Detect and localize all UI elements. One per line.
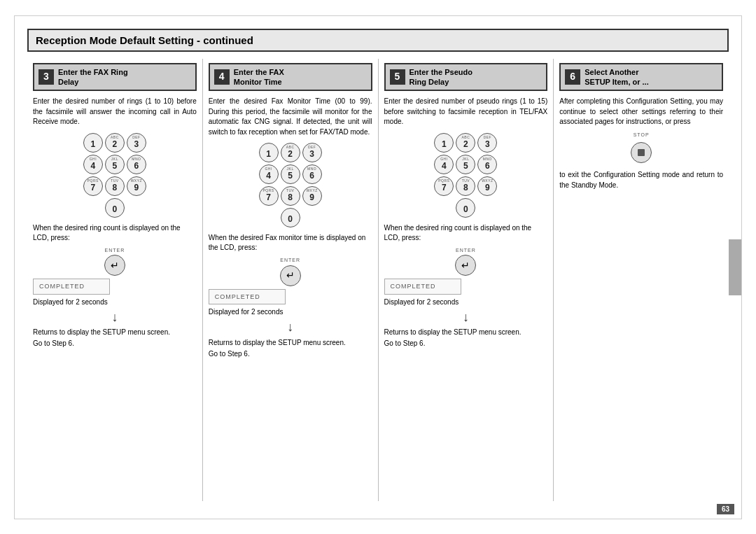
key-5[interactable]: JKL5 <box>456 155 475 174</box>
step4-enter-label: ENTER <box>209 257 372 264</box>
step5-completed: COMPLETED <box>384 279 461 295</box>
key-8[interactable]: TUV8 <box>105 176 125 196</box>
step4-prompt: When the desired Fax monitor time is dis… <box>209 233 372 253</box>
step4-enter-btn[interactable]: ↵ <box>280 265 301 286</box>
step4-title: Enter the FAXMonitor Time <box>234 67 284 87</box>
step5-arrow: ↓ <box>384 309 548 326</box>
key-0[interactable]: 0 <box>105 198 125 218</box>
step5-header: 5 Enter the PseudoRing Delay <box>384 63 548 92</box>
key-9[interactable]: WXYZ9 <box>302 186 322 206</box>
step4-completed: COMPLETED <box>209 289 286 305</box>
step5-returns: Returns to display the SETUP menu screen… <box>384 328 548 337</box>
key-0[interactable]: 0 <box>456 198 475 218</box>
step5-prompt: When the desired ring count is displayed… <box>384 223 548 243</box>
step3-enter-label: ENTER <box>33 247 197 254</box>
step5-title: Enter the PseudoRing Delay <box>410 67 472 87</box>
key-9[interactable]: WXYZ9 <box>477 176 497 196</box>
step3-returns: Returns to display the SETUP menu screen… <box>33 328 197 337</box>
step3-keypad: 1 ABC2 DEF3 GHI4 JKL5 MNO6 PQRS7 TUV8 WX… <box>83 133 146 218</box>
key-7[interactable]: PQRS7 <box>259 186 279 206</box>
step6-stop-label: STOP <box>559 132 723 139</box>
step5-goto: Go to Step 6. <box>384 339 548 349</box>
step4-returns: Returns to display the SETUP menu screen… <box>209 338 372 348</box>
step5-keypad: 1 ABC2 DEF3 GHI4 JKL5 MNO6 PQRS7 TUV8 WX… <box>434 133 497 218</box>
step6-number: 6 <box>565 69 580 85</box>
key-3[interactable]: DEF3 <box>302 143 322 162</box>
step6-stop-area: STOP <box>559 132 723 167</box>
step5-enter-area: ENTER ↵ <box>384 247 548 276</box>
key-2[interactable]: ABC2 <box>281 143 300 162</box>
key-1[interactable]: 1 <box>83 133 103 153</box>
key-2[interactable]: ABC2 <box>456 133 475 153</box>
step3-enter-area: ENTER ↵ <box>33 247 197 276</box>
key-4[interactable]: GHI4 <box>259 164 279 184</box>
step5-displayed: Displayed for 2 seconds <box>384 297 548 307</box>
side-tab <box>729 239 741 295</box>
step4-displayed: Displayed for 2 seconds <box>209 307 372 317</box>
content-columns: 3 Enter the FAX RingDelay Enter the desi… <box>27 59 729 501</box>
key-2[interactable]: ABC2 <box>105 133 125 153</box>
step4-body: Enter the desired Fax Monitor Time (00 t… <box>209 97 372 137</box>
step3-header: 3 Enter the FAX RingDelay <box>33 63 197 92</box>
step6-title: Select AnotherSETUP Item, or ... <box>584 67 649 87</box>
step3-number: 3 <box>38 69 54 85</box>
key-5[interactable]: JKL5 <box>281 164 300 184</box>
step3-prompt: When the desired ring count is displayed… <box>33 223 197 243</box>
page-number: 63 <box>717 504 734 514</box>
step3-enter-btn[interactable]: ↵ <box>104 255 125 276</box>
key-7[interactable]: PQRS7 <box>83 176 103 196</box>
step6-stop-btn[interactable] <box>631 142 652 163</box>
key-3[interactable]: DEF3 <box>477 133 497 153</box>
page-title: Reception Mode Default Setting - continu… <box>27 29 729 52</box>
key-8[interactable]: TUV8 <box>456 176 475 196</box>
step3-body: Enter the desired number of rings (1 to … <box>33 97 197 127</box>
step5-body: Enter the desired number of pseudo rings… <box>384 97 548 127</box>
step6-body2: to exit the Configuration Setting mode a… <box>559 170 723 190</box>
key-0[interactable]: 0 <box>281 208 300 227</box>
step5-column: 5 Enter the PseudoRing Delay Enter the d… <box>379 59 554 501</box>
step4-column: 4 Enter the FAXMonitor Time Enter the de… <box>203 59 379 501</box>
main-page: Reception Mode Default Setting - continu… <box>14 15 742 519</box>
key-5[interactable]: JKL5 <box>105 155 125 174</box>
key-4[interactable]: GHI4 <box>434 155 454 174</box>
key-6[interactable]: MNO6 <box>127 155 146 174</box>
key-9[interactable]: WXYZ9 <box>127 176 146 196</box>
step4-header: 4 Enter the FAXMonitor Time <box>209 63 372 92</box>
svg-rect-0 <box>638 149 645 156</box>
step4-arrow: ↓ <box>209 318 372 336</box>
step4-number: 4 <box>214 69 230 85</box>
step4-keypad: 1 ABC2 DEF3 GHI4 JKL5 MNO6 PQRS7 TUV8 WX… <box>259 143 322 227</box>
key-4[interactable]: GHI4 <box>83 155 103 174</box>
step5-enter-label: ENTER <box>384 247 548 254</box>
key-6[interactable]: MNO6 <box>302 164 322 184</box>
step3-displayed: Displayed for 2 seconds <box>33 297 197 307</box>
key-7[interactable]: PQRS7 <box>434 176 454 196</box>
step3-title: Enter the FAX RingDelay <box>58 67 128 87</box>
key-1[interactable]: 1 <box>434 133 454 153</box>
step3-goto: Go to Step 6. <box>33 339 197 349</box>
step4-enter-area: ENTER ↵ <box>209 257 372 286</box>
step3-completed: COMPLETED <box>33 279 110 295</box>
key-1[interactable]: 1 <box>259 143 279 162</box>
step4-goto: Go to Step 6. <box>209 349 372 359</box>
step5-enter-btn[interactable]: ↵ <box>455 255 476 276</box>
step5-number: 5 <box>390 69 405 85</box>
step6-header: 6 Select AnotherSETUP Item, or ... <box>559 63 723 92</box>
key-6[interactable]: MNO6 <box>477 155 497 174</box>
step6-body1: After completing this Configuration Sett… <box>559 97 723 127</box>
step3-column: 3 Enter the FAX RingDelay Enter the desi… <box>27 59 203 501</box>
key-8[interactable]: TUV8 <box>281 186 300 206</box>
key-3[interactable]: DEF3 <box>127 133 146 153</box>
step3-arrow: ↓ <box>33 309 197 326</box>
step6-column: 6 Select AnotherSETUP Item, or ... After… <box>554 59 729 501</box>
